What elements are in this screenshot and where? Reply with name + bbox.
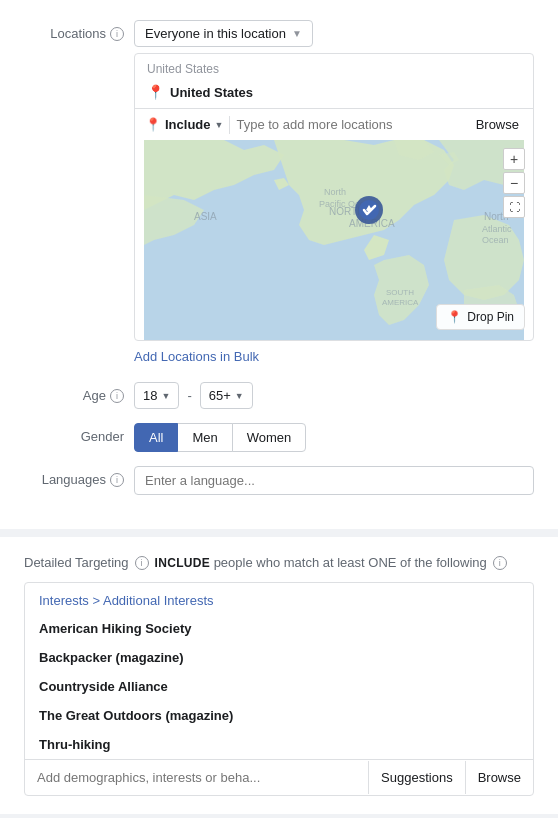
chevron-down-icon: ▼ [292,28,302,39]
include-rest-text: people who match at least ONE of the fol… [214,555,487,570]
include-chevron-icon: ▼ [215,120,224,130]
gender-men-button[interactable]: Men [177,423,232,452]
age-min-value: 18 [143,388,157,403]
language-input[interactable] [134,466,534,495]
svg-text:AMERICA: AMERICA [382,298,419,307]
map-zoom-in-button[interactable]: + [503,148,525,170]
location-dropdown[interactable]: Everyone in this location ▼ [134,20,313,47]
targeting-browse-button[interactable]: Browse [466,761,533,794]
location-country-name: United States [170,85,253,100]
locations-label: Locations i [24,20,134,41]
additional-interests-breadcrumb-link[interactable]: Additional Interests [103,593,214,608]
detailed-targeting-section: Detailed Targeting i INCLUDE people who … [0,537,558,814]
location-search-input[interactable] [236,117,465,132]
languages-info-icon[interactable]: i [110,473,124,487]
svg-text:Ocean: Ocean [482,235,509,245]
locations-label-text: Locations [50,26,106,41]
gender-row: Gender All Men Women [24,423,534,452]
gender-women-button[interactable]: Women [232,423,307,452]
languages-content [134,466,534,495]
map-controls: + − ⛶ [503,148,525,218]
gender-content: All Men Women [134,423,534,452]
targeting-item-1: American Hiking Society [25,614,533,643]
drop-pin-icon: 📍 [447,310,462,324]
age-max-value: 65+ [209,388,231,403]
svg-text:Atlantic: Atlantic [482,224,512,234]
gender-all-button[interactable]: All [134,423,178,452]
svg-text:North: North [324,187,346,197]
targeting-breadcrumb: Interests > Additional Interests [25,583,533,614]
languages-label-text: Languages [42,472,106,487]
targeting-item-4: The Great Outdoors (magazine) [25,701,533,730]
map-container: ASIA NORTH North North Pacific Ocean Atl… [135,140,533,340]
targeting-item-3: Countryside Alliance [25,672,533,701]
age-max-chevron-icon: ▼ [235,391,244,401]
targeting-item-2: Backpacker (magazine) [25,643,533,672]
location-browse-button[interactable]: Browse [472,115,523,134]
svg-text:SOUTH: SOUTH [386,288,414,297]
age-content: 18 ▼ - 65+ ▼ [134,382,534,409]
detailed-targeting-include-text: INCLUDE people who match at least ONE of… [155,555,487,570]
interests-breadcrumb-link[interactable]: Interests [39,593,89,608]
age-min-select[interactable]: 18 ▼ [134,382,179,409]
locations-content: Everyone in this location ▼ United State… [134,20,534,368]
gender-label: Gender [24,423,134,444]
svg-text:ASIA: ASIA [194,211,217,222]
location-item: 📍 United States [135,80,533,108]
locations-info-icon[interactable]: i [110,27,124,41]
add-locations-bulk-link[interactable]: Add Locations in Bulk [134,341,534,368]
include-strong: INCLUDE [155,556,210,570]
gender-label-text: Gender [81,429,124,444]
map-zoom-out-button[interactable]: − [503,172,525,194]
include-label: Include [165,117,211,132]
age-label-text: Age [83,388,106,403]
location-dropdown-label: Everyone in this location [145,26,286,41]
age-selector: 18 ▼ - 65+ ▼ [134,382,534,409]
targeting-action-buttons: Suggestions Browse [368,761,533,794]
detailed-targeting-info-icon[interactable]: i [135,556,149,570]
age-min-chevron-icon: ▼ [161,391,170,401]
location-box: United States 📍 United States 📍 Include … [134,53,534,341]
drop-pin-label: Drop Pin [467,310,514,324]
locations-row: Locations i Everyone in this location ▼ … [24,20,534,368]
location-country-header: United States [135,54,533,80]
map-fullscreen-button[interactable]: ⛶ [503,196,525,218]
age-separator: - [183,388,195,403]
targeting-item-5: Thru-hiking [25,730,533,759]
detailed-targeting-header: Detailed Targeting i INCLUDE people who … [24,555,534,570]
drop-pin-button[interactable]: 📍 Drop Pin [436,304,525,330]
age-info-icon[interactable]: i [110,389,124,403]
pin-icon: 📍 [147,84,164,100]
age-label: Age i [24,382,134,403]
gender-selector: All Men Women [134,423,534,452]
targeting-box: Interests > Additional Interests America… [24,582,534,796]
suggestions-button[interactable]: Suggestions [369,761,466,794]
age-max-select[interactable]: 65+ ▼ [200,382,253,409]
languages-label: Languages i [24,466,134,487]
include-select[interactable]: 📍 Include ▼ [145,117,223,132]
age-row: Age i 18 ▼ - 65+ ▼ [24,382,534,409]
include-bar: 📍 Include ▼ Browse [135,108,533,140]
include-divider [229,116,230,134]
breadcrumb-separator: > [89,593,103,608]
detailed-targeting-label-text: Detailed Targeting [24,555,129,570]
pin-small-icon: 📍 [145,117,161,132]
targeting-search-row: Suggestions Browse [25,759,533,795]
languages-row: Languages i [24,466,534,495]
targeting-search-input[interactable] [25,760,368,795]
detailed-targeting-label: Detailed Targeting [24,555,129,570]
targeting-include-info-icon[interactable]: i [493,556,507,570]
